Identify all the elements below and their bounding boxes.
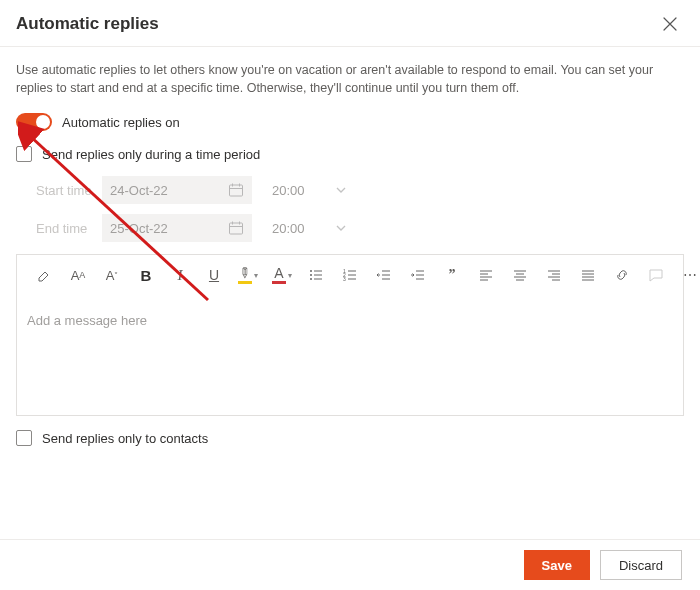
end-time-value: 20:00 (272, 221, 305, 236)
start-time-value: 20:00 (272, 183, 305, 198)
discard-button[interactable]: Discard (600, 550, 682, 580)
time-period-checkbox[interactable] (16, 146, 32, 162)
calendar-icon (228, 220, 244, 236)
divider (0, 46, 700, 47)
auto-replies-toggle[interactable] (16, 113, 52, 131)
end-date-input[interactable]: 25-Oct-22 (102, 214, 252, 242)
end-time-label: End time (36, 221, 102, 236)
dialog-footer: Save Discard (0, 539, 700, 590)
link-button[interactable] (610, 263, 634, 287)
quote-button[interactable]: ” (440, 263, 464, 287)
underline-button[interactable]: U (202, 263, 226, 287)
contacts-only-checkbox[interactable] (16, 430, 32, 446)
start-date-value: 24-Oct-22 (110, 183, 168, 198)
svg-point-2 (310, 270, 312, 272)
svg-text:3: 3 (343, 276, 346, 282)
editor-toolbar: AA A˅ B I U ✎▾ A▾ 123 ” (17, 255, 683, 295)
message-textarea[interactable]: Add a message here (17, 295, 683, 415)
chevron-down-icon (335, 184, 347, 196)
indent-icon (410, 267, 426, 283)
chat-icon (648, 267, 664, 283)
auto-replies-toggle-label: Automatic replies on (62, 115, 180, 130)
svg-rect-0 (230, 185, 243, 196)
align-justify-button[interactable] (576, 263, 600, 287)
toggle-knob (36, 115, 50, 129)
align-right-button[interactable] (542, 263, 566, 287)
end-time-select[interactable]: 20:00 (272, 221, 347, 236)
calendar-icon (228, 182, 244, 198)
italic-button[interactable]: I (168, 263, 192, 287)
close-icon (663, 17, 677, 31)
time-period-block: Start time 24-Oct-22 20:00 End time 25-O… (36, 176, 684, 242)
end-date-value: 25-Oct-22 (110, 221, 168, 236)
align-center-icon (512, 267, 528, 283)
start-time-label: Start time (36, 183, 102, 198)
indent-button[interactable] (406, 263, 430, 287)
bullets-button[interactable] (304, 263, 328, 287)
emoji-button[interactable] (644, 263, 668, 287)
svg-point-4 (310, 278, 312, 280)
font-color-button[interactable]: A▾ (270, 263, 294, 287)
time-period-checkbox-label: Send replies only during a time period (42, 147, 260, 162)
start-date-input[interactable]: 24-Oct-22 (102, 176, 252, 204)
numbering-icon: 123 (342, 267, 358, 283)
message-editor: AA A˅ B I U ✎▾ A▾ 123 ” (16, 254, 684, 416)
align-center-button[interactable] (508, 263, 532, 287)
close-button[interactable] (656, 10, 684, 38)
outdent-icon (376, 267, 392, 283)
chevron-down-icon (335, 222, 347, 234)
svg-point-3 (310, 274, 312, 276)
outdent-button[interactable] (372, 263, 396, 287)
start-time-select[interactable]: 20:00 (272, 183, 347, 198)
numbering-button[interactable]: 123 (338, 263, 362, 287)
align-justify-icon (580, 267, 596, 283)
highlight-button[interactable]: ✎▾ (236, 263, 260, 287)
align-left-icon (478, 267, 494, 283)
eraser-icon (36, 267, 52, 283)
align-right-icon (546, 267, 562, 283)
font-size-up-button[interactable]: AA (66, 263, 90, 287)
contacts-only-checkbox-label: Send replies only to contacts (42, 431, 208, 446)
bold-button[interactable]: B (134, 263, 158, 287)
align-left-button[interactable] (474, 263, 498, 287)
svg-rect-1 (230, 223, 243, 234)
page-title: Automatic replies (16, 14, 159, 34)
link-icon (614, 267, 630, 283)
clear-format-button[interactable] (32, 263, 56, 287)
more-button[interactable]: ⋯ (678, 263, 700, 287)
save-button[interactable]: Save (524, 550, 590, 580)
bullets-icon (308, 267, 324, 283)
description-text: Use automatic replies to let others know… (16, 61, 684, 97)
font-size-down-button[interactable]: A˅ (100, 263, 124, 287)
